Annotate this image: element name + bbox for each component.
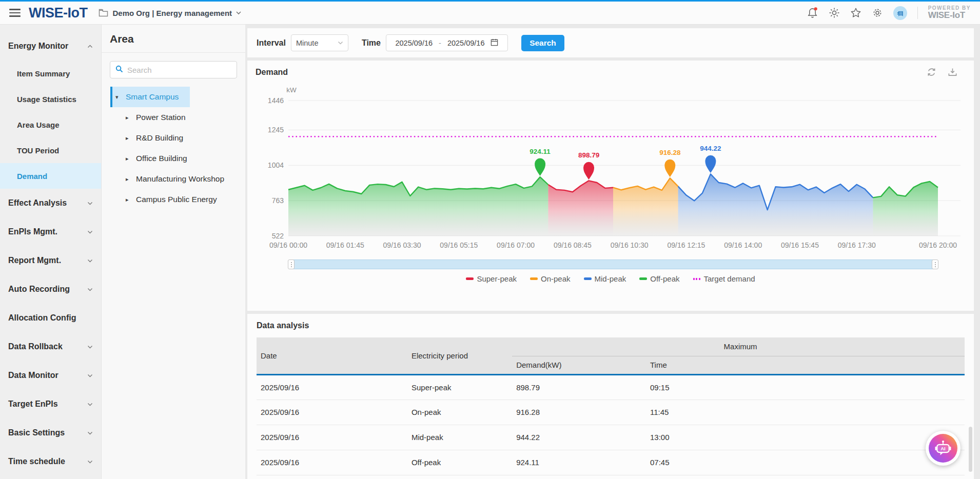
chevron-down-icon: [338, 41, 343, 45]
table-row: 2025/09/16Mid-peak944.2213:00: [257, 425, 965, 450]
svg-text:1004: 1004: [268, 161, 284, 169]
sidebar-item-label: EnPls Mgmt.: [8, 227, 57, 236]
legend-marker: [530, 277, 538, 280]
sidebar-item-label: Demand: [17, 172, 47, 181]
col-header-maximum: Maximum: [512, 337, 965, 356]
tree-node-office-building[interactable]: ▸Office Building: [121, 148, 199, 169]
sidebar-item-enpls-mgmt[interactable]: EnPls Mgmt.: [0, 217, 101, 246]
svg-text:09/16 00:00: 09/16 00:00: [269, 241, 307, 249]
table-row: 2025/09/16On-peak916.2811:45: [257, 400, 965, 425]
cell-period: On-peak: [407, 400, 512, 425]
cell-date: 2025/09/16: [257, 450, 407, 475]
tree-node-manufacturing-workshop[interactable]: ▸Manufacturing Workshop: [121, 169, 236, 189]
slider-right-handle[interactable]: [932, 260, 938, 269]
cell-period: Off-peak: [407, 450, 512, 475]
cell-time: 09:15: [646, 374, 965, 400]
cell-demand: 924.11: [512, 450, 646, 475]
legend-item-mid-peak[interactable]: Mid-peak: [584, 274, 626, 283]
calendar-icon: [491, 38, 498, 48]
cell-date: 2025/09/16: [257, 374, 407, 400]
interval-select[interactable]: Minute: [291, 34, 348, 51]
slider-left-handle[interactable]: [288, 260, 295, 269]
legend-item-target-demand[interactable]: Target demand: [693, 274, 755, 283]
area-search-input[interactable]: [127, 66, 231, 74]
sidebar-item-auto-recording[interactable]: Auto Recording: [0, 275, 101, 304]
chart-zoom-slider[interactable]: [288, 260, 938, 269]
sidebar-item-label: Time schedule: [8, 457, 65, 466]
sidebar-item-demand[interactable]: Demand: [0, 163, 101, 189]
app-logo: WISE-IoT: [29, 5, 87, 21]
tree-node-label: Office Building: [136, 154, 187, 163]
col-header-period: Electricity period: [407, 337, 512, 374]
sidebar-item-target-enpis[interactable]: Target EnPIs: [0, 390, 101, 418]
chevron-down-icon: [87, 230, 93, 234]
search-button[interactable]: Search: [521, 35, 564, 51]
sidebar-item-label: TOU Period: [17, 146, 59, 155]
sidebar-item-usage-statistics[interactable]: Usage Statistics: [0, 86, 101, 112]
demand-chart-card: Demand 522763100412451446kW09/16 00:0009…: [247, 61, 974, 311]
legend-item-off-peak[interactable]: Off-peak: [639, 274, 679, 283]
ai-assistant-button[interactable]: AI: [926, 431, 961, 466]
chevron-down-icon: [87, 201, 93, 206]
tree-node-campus-public-energy[interactable]: ▸Campus Public Energy: [121, 189, 228, 210]
tree-collapsed-caret-icon: ▸: [126, 196, 131, 203]
tree-collapsed-caret-icon: ▸: [126, 155, 131, 162]
cell-date: 2025/09/16: [257, 400, 407, 425]
sidebar-item-label: Energy Monitor: [8, 42, 68, 51]
legend-item-on-peak[interactable]: On-peak: [530, 274, 571, 283]
cell-time: 07:45: [646, 450, 965, 475]
chevron-up-icon: [87, 44, 93, 49]
user-avatar[interactable]: [893, 6, 907, 20]
sidebar-item-data-monitor[interactable]: Data Monitor: [0, 361, 101, 390]
folder-icon: [99, 9, 108, 17]
sidebar-item-label: Effect Analysis: [8, 198, 67, 208]
sidebar-item-effect-analysis[interactable]: Effect Analysis: [0, 189, 101, 217]
sidebar-item-report-mgmt[interactable]: Report Mgmt.: [0, 246, 101, 275]
notifications-bell-icon[interactable]: [807, 7, 818, 18]
org-switcher[interactable]: Demo Org | Energy management: [99, 9, 241, 17]
cell-demand: 944.22: [512, 425, 646, 450]
favorite-star-icon[interactable]: [850, 7, 861, 18]
org-breadcrumb-label: Demo Org | Energy management: [112, 9, 232, 17]
sidebar-item-energy-monitor[interactable]: Energy Monitor: [0, 32, 101, 61]
legend-label: On-peak: [541, 274, 571, 283]
date-separator: -: [439, 39, 441, 47]
sidebar-item-basic-settings[interactable]: Basic Settings: [0, 418, 101, 447]
sidebar-item-time-schedule[interactable]: Time schedule: [0, 447, 101, 476]
date-start: 2025/09/16: [395, 39, 433, 47]
tree-node-label: Campus Public Energy: [136, 195, 217, 204]
cell-date: 2025/09/16: [257, 425, 407, 450]
settings-gear-icon[interactable]: [872, 7, 883, 18]
svg-text:09/16 10:30: 09/16 10:30: [611, 241, 649, 249]
tree-node-r-d-building[interactable]: ▸R&D Building: [121, 128, 194, 148]
tree-node-smart-campus[interactable]: ▾Smart Campus: [110, 87, 190, 107]
sidebar-item-tou-period[interactable]: TOU Period: [0, 137, 101, 163]
sidebar-item-allocation-config[interactable]: Allocation Config: [0, 304, 101, 332]
chart-legend: Super-peakOn-peakMid-peakOff-peakTarget …: [256, 274, 966, 283]
tree-node-power-station[interactable]: ▸Power Station: [121, 107, 197, 128]
hamburger-menu-icon[interactable]: [9, 9, 21, 17]
tree-node-label: Smart Campus: [126, 92, 179, 102]
svg-text:09/16 12:15: 09/16 12:15: [667, 241, 705, 249]
sidebar-item-data-rollback[interactable]: Data Rollback: [0, 332, 101, 361]
refresh-icon[interactable]: [927, 67, 936, 77]
date-range-picker[interactable]: 2025/09/16 - 2025/09/16: [386, 34, 508, 51]
sidebar-item-item-summary[interactable]: Item Summary: [0, 61, 101, 86]
svg-text:1446: 1446: [268, 96, 284, 105]
legend-marker: [639, 277, 647, 280]
legend-item-super-peak[interactable]: Super-peak: [466, 274, 517, 283]
area-panel: Area ▾Smart Campus▸Power Station▸R&D Bui…: [101, 25, 245, 479]
data-analysis-card: Data analysis Date Electricity period Ma…: [247, 314, 974, 479]
brightness-sun-icon[interactable]: [829, 7, 840, 18]
sidebar-item-area-usage[interactable]: Area Usage: [0, 112, 101, 137]
legend-label: Off-peak: [650, 274, 679, 283]
download-icon[interactable]: [948, 67, 957, 77]
svg-text:09/16 17:30: 09/16 17:30: [838, 241, 876, 249]
sidebar: Energy MonitorItem SummaryUsage Statisti…: [0, 25, 101, 479]
col-header-demand: Demand(kW): [512, 356, 646, 374]
cell-demand: 916.28: [512, 400, 646, 425]
svg-text:09/16 20:00: 09/16 20:00: [919, 241, 957, 249]
ai-assistant-gradient: AI: [929, 434, 957, 463]
tree-collapsed-caret-icon: ▸: [126, 114, 131, 121]
table-scrollbar-thumb[interactable]: [969, 427, 972, 472]
